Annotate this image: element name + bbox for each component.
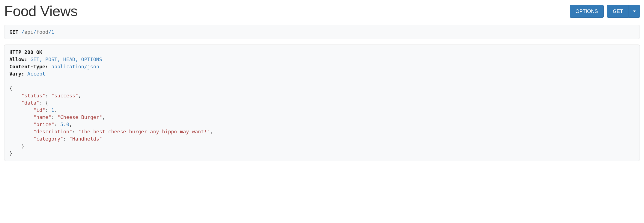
page-header: Food Views OPTIONS GET bbox=[4, 3, 640, 19]
json-val-id: 1 bbox=[51, 107, 54, 113]
request-method: GET bbox=[9, 29, 19, 35]
get-button[interactable]: GET bbox=[607, 5, 629, 18]
allow-value: GET, POST, HEAD, OPTIONS bbox=[30, 56, 102, 62]
action-bar: OPTIONS GET bbox=[570, 3, 640, 18]
path-slash: / bbox=[21, 29, 24, 35]
json-key-name: "name" bbox=[33, 114, 51, 120]
vary-label: Vary: bbox=[9, 71, 24, 77]
page-title: Food Views bbox=[4, 3, 78, 19]
json-key-description: "description" bbox=[33, 129, 72, 134]
json-val-category: "Handhelds" bbox=[69, 136, 102, 142]
path-id: 1 bbox=[51, 29, 54, 35]
json-val-price: 5.0 bbox=[60, 121, 69, 127]
request-panel: GET /api/food/1 bbox=[4, 25, 640, 39]
vary-value: Accept bbox=[27, 71, 45, 77]
options-button[interactable]: OPTIONS bbox=[570, 5, 604, 18]
content-type-value: application/json bbox=[51, 64, 99, 69]
status-line: HTTP 200 OK bbox=[9, 49, 42, 55]
path-slash: / bbox=[48, 29, 51, 35]
content-type-label: Content-Type: bbox=[9, 64, 48, 69]
caret-down-icon bbox=[633, 11, 636, 12]
json-val-name: "Cheese Burger" bbox=[57, 114, 102, 120]
request-line: GET /api/food/1 bbox=[9, 29, 635, 35]
json-key-category: "category" bbox=[33, 136, 63, 142]
response-body: HTTP 200 OK Allow: GET, POST, HEAD, OPTI… bbox=[9, 49, 635, 157]
path-seg-1: food bbox=[36, 29, 48, 35]
get-button-group: GET bbox=[607, 5, 640, 18]
response-panel: HTTP 200 OK Allow: GET, POST, HEAD, OPTI… bbox=[4, 45, 640, 161]
json-key-data: "data" bbox=[21, 100, 39, 106]
json-val-status: "success" bbox=[51, 93, 78, 98]
get-dropdown-toggle[interactable] bbox=[629, 5, 640, 18]
path-seg-0: api bbox=[24, 29, 33, 35]
allow-label: Allow: bbox=[9, 56, 27, 62]
json-key-price: "price" bbox=[33, 121, 54, 127]
path-slash: / bbox=[33, 29, 36, 35]
json-val-description: "The best cheese burger any hippo may wa… bbox=[78, 129, 210, 134]
json-key-id: "id" bbox=[33, 107, 45, 113]
json-key-status: "status" bbox=[21, 93, 45, 98]
